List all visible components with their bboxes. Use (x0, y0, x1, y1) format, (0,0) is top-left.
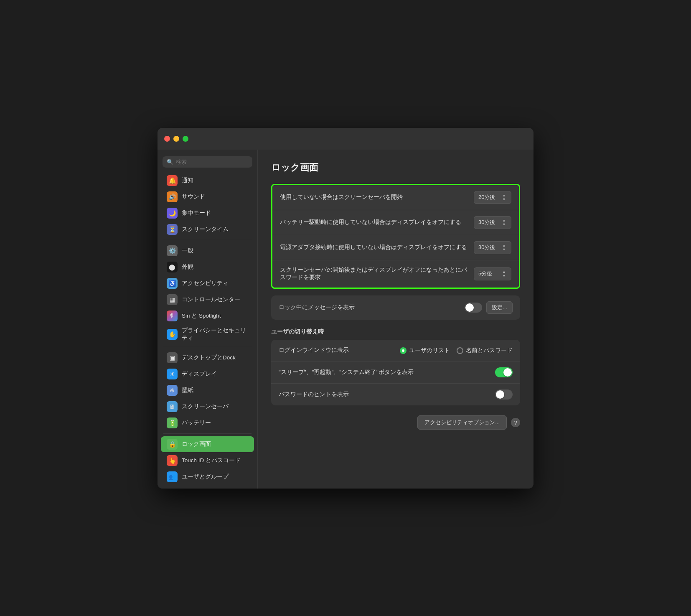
sidebar-item-privacy[interactable]: ✋プライバシーとセキュリティ (161, 324, 254, 344)
sidebar-item-display[interactable]: ☀ディスプレイ (161, 366, 254, 382)
adapter-display-stepper[interactable]: 30分後 ▲ ▼ (474, 241, 511, 254)
sidebar-icon-touchid: 👆 (167, 455, 178, 466)
close-button[interactable] (164, 136, 170, 142)
sidebar-item-notifications[interactable]: 🔔通知 (161, 173, 254, 188)
adapter-display-stepper-value: 30分後 (478, 244, 495, 251)
sidebar-icon-general: ⚙️ (167, 245, 178, 256)
screensaver-stepper-value: 20分後 (478, 193, 495, 201)
sidebar-icon-focus: 🌙 (167, 208, 178, 219)
battery-display-stepper[interactable]: 30分後 ▲ ▼ (474, 216, 511, 229)
password-after-stepper-value: 5分後 (478, 270, 492, 277)
sidebar-label-display: ディスプレイ (182, 370, 217, 378)
login-window-label: ログインウインドウに表示 (279, 346, 395, 354)
password-after-label: スクリーンセーバの開始後またはディスプレイがオフになったあとにパスワードを要求 (280, 266, 469, 282)
sidebar-item-battery[interactable]: 🔋バッテリー (161, 415, 254, 431)
sidebar-label-appearance: 外観 (182, 263, 193, 271)
sidebar-label-lockscreen: ロック画面 (182, 440, 211, 448)
screensaver-start-row: 使用していない場合はスクリーンセーバを開始 20分後 ▲ ▼ (272, 185, 519, 210)
screensaver-stepper[interactable]: 20分後 ▲ ▼ (474, 191, 511, 204)
screensaver-start-label: 使用していない場合はスクリーンセーバを開始 (280, 193, 469, 201)
sidebar-item-sound[interactable]: 🔊サウンド (161, 189, 254, 205)
password-hint-toggle[interactable] (495, 389, 513, 400)
sidebar-item-wallpaper[interactable]: ❋壁紙 (161, 382, 254, 398)
sidebar-divider (163, 240, 252, 240)
password-after-stepper-arrows: ▲ ▼ (502, 270, 506, 278)
sidebar-item-screensaver[interactable]: 🖥スクリーンセーバ (161, 399, 254, 415)
password-hint-control (495, 389, 513, 400)
login-window-radio-group: ユーザのリスト 名前とパスワード (400, 347, 513, 354)
sidebar-icon-controlcenter: ▦ (167, 294, 178, 305)
sidebar-item-focus[interactable]: 🌙集中モード (161, 205, 254, 221)
sidebar-item-siri[interactable]: 🎙Siri と Spotlight (161, 308, 254, 324)
radio-user-list-label: ユーザのリスト (409, 347, 450, 354)
sleep-buttons-toggle[interactable] (495, 367, 513, 377)
sidebar-divider (163, 347, 252, 347)
sleep-buttons-control (495, 367, 513, 377)
main-content: ロック画面 使用していない場合はスクリーンセーバを開始 20分後 ▲ ▼ (258, 150, 533, 489)
radio-user-list[interactable]: ユーザのリスト (400, 347, 450, 354)
sidebar: 🔍 🔔通知🔊サウンド🌙集中モード⏳スクリーンタイム⚙️一般⬤外観♿アクセシビリテ… (158, 150, 258, 489)
maximize-button[interactable] (183, 136, 188, 142)
sidebar-item-lockscreen[interactable]: 🔒ロック画面 (161, 436, 254, 452)
sidebar-icon-screentime: ⏳ (167, 224, 178, 235)
accessibility-options-button[interactable]: アクセシビリティオプション... (417, 415, 507, 430)
sidebar-label-touchid: Touch ID とパスコード (182, 457, 241, 464)
titlebar (158, 128, 533, 150)
sidebar-item-general[interactable]: ⚙️一般 (161, 243, 254, 259)
sidebar-label-desktopanddock: デスクトップとDock (182, 354, 236, 361)
sleep-buttons-label: "スリープ"、"再起動"、"システム終了"ボタンを表示 (279, 369, 490, 377)
search-bar[interactable]: 🔍 (163, 156, 252, 168)
sleep-buttons-toggle-knob (503, 368, 512, 377)
lock-message-label: ロック中にメッセージを表示 (279, 304, 460, 312)
sidebar-icon-display: ☀ (167, 369, 178, 379)
window-body: 🔍 🔔通知🔊サウンド🌙集中モード⏳スクリーンタイム⚙️一般⬤外観♿アクセシビリテ… (158, 150, 533, 489)
search-input[interactable] (176, 159, 248, 165)
sidebar-label-screentime: スクリーンタイム (182, 226, 229, 233)
adapter-display-control[interactable]: 30分後 ▲ ▼ (474, 241, 511, 254)
sidebar-icon-accessibility: ♿ (167, 278, 178, 289)
battery-display-label: バッテリー駆動時に使用していない場合はディスプレイをオフにする (280, 219, 469, 227)
page-title: ロック画面 (271, 161, 520, 174)
lock-message-card: ロック中にメッセージを表示 設定... (271, 295, 520, 320)
sidebar-item-controlcenter[interactable]: ▦コントロールセンター (161, 292, 254, 308)
sidebar-label-siri: Siri と Spotlight (182, 312, 221, 320)
sleep-buttons-row: "スリープ"、"再起動"、"システム終了"ボタンを表示 (271, 361, 520, 384)
sidebar-label-general: 一般 (182, 247, 193, 255)
lock-message-control: 設定... (465, 301, 513, 314)
sidebar-icon-desktopanddock: ▣ (167, 352, 178, 363)
login-window-control: ユーザのリスト 名前とパスワード (400, 347, 513, 354)
sidebar-item-screentime[interactable]: ⏳スクリーンタイム (161, 221, 254, 237)
help-button[interactable]: ? (511, 418, 520, 427)
radio-name-password[interactable]: 名前とパスワード (457, 347, 513, 354)
sidebar-label-focus: 集中モード (182, 209, 211, 217)
radio-user-list-dot (400, 347, 406, 354)
sidebar-icon-notifications: 🔔 (167, 175, 178, 186)
user-switch-card: ログインウインドウに表示 ユーザのリスト 名前とパスワード (271, 340, 520, 405)
lock-message-row: ロック中にメッセージを表示 設定... (271, 295, 520, 320)
lock-message-toggle[interactable] (465, 303, 482, 313)
sidebar-icon-appearance: ⬤ (167, 262, 178, 272)
lock-message-settings-button[interactable]: 設定... (486, 301, 513, 314)
traffic-lights (164, 136, 188, 142)
password-hint-toggle-knob (496, 390, 504, 399)
sidebar-icon-sound: 🔊 (167, 191, 178, 202)
password-after-stepper[interactable]: 5分後 ▲ ▼ (474, 267, 511, 280)
sidebar-item-users[interactable]: 👥ユーザとグループ (161, 469, 254, 485)
sidebar-item-desktopanddock[interactable]: ▣デスクトップとDock (161, 350, 254, 366)
screensaver-start-control[interactable]: 20分後 ▲ ▼ (474, 191, 511, 204)
minimize-button[interactable] (173, 136, 179, 142)
sidebar-label-notifications: 通知 (182, 177, 193, 184)
sidebar-icon-privacy: ✋ (167, 329, 178, 340)
sidebar-item-touchid[interactable]: 👆Touch ID とパスコード (161, 453, 254, 468)
sidebar-icon-lockscreen: 🔒 (167, 439, 178, 450)
sidebar-item-accessibility[interactable]: ♿アクセシビリティ (161, 275, 254, 291)
password-after-control[interactable]: 5分後 ▲ ▼ (474, 267, 511, 280)
sidebar-item-appearance[interactable]: ⬤外観 (161, 259, 254, 275)
sidebar-label-wallpaper: 壁紙 (182, 387, 193, 394)
highlight-box: 使用していない場合はスクリーンセーバを開始 20分後 ▲ ▼ (271, 184, 520, 289)
password-hint-row: パスワードのヒントを表示 (271, 384, 520, 405)
user-switch-section-header: ユーザの切り替え時 (271, 328, 520, 336)
sidebar-icon-battery: 🔋 (167, 417, 178, 428)
battery-display-control[interactable]: 30分後 ▲ ▼ (474, 216, 511, 229)
adapter-display-label: 電源アダプタ接続時に使用していない場合はディスプレイをオフにする (280, 244, 469, 252)
